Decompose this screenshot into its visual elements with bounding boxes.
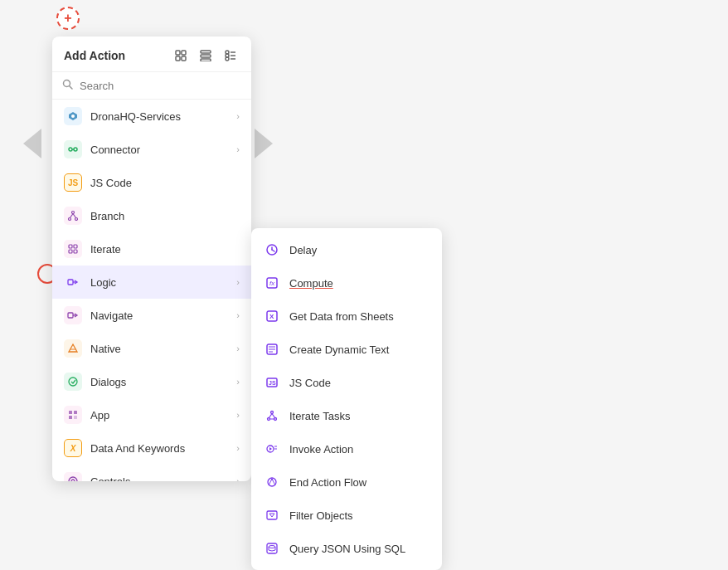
submenu-item-invoke-action[interactable]: Invoke Action bbox=[251, 432, 442, 465]
svg-point-20 bbox=[69, 218, 71, 221]
controls-arrow: › bbox=[236, 476, 240, 481]
svg-rect-28 bbox=[68, 280, 73, 285]
filter-objects-label: Filter Objects bbox=[289, 509, 353, 522]
menu-item-controls[interactable]: Controls › bbox=[52, 465, 251, 481]
add-action-panel: Add Action bbox=[52, 37, 251, 481]
svg-point-16 bbox=[69, 148, 72, 151]
svg-point-15 bbox=[71, 114, 75, 118]
menu-item-data[interactable]: X Data And Keywords › bbox=[52, 431, 251, 465]
submenu-item-iterate-tasks[interactable]: Iterate Tasks bbox=[251, 399, 442, 432]
iterate-tasks-label: Iterate Tasks bbox=[289, 410, 350, 422]
svg-text:X: X bbox=[269, 313, 274, 320]
submenu-item-query-json-sql[interactable]: Query JSON Using SQL bbox=[251, 532, 442, 565]
svg-point-71 bbox=[269, 546, 275, 548]
svg-rect-36 bbox=[69, 416, 72, 419]
svg-line-23 bbox=[73, 214, 76, 218]
controls-icon bbox=[64, 472, 82, 481]
svg-rect-35 bbox=[74, 411, 77, 414]
panel-icon-grid2[interactable] bbox=[197, 46, 215, 65]
panel-header: Add Action bbox=[52, 37, 251, 72]
branch-icon bbox=[64, 207, 82, 225]
search-box bbox=[52, 72, 251, 100]
right-arrow-shape bbox=[255, 129, 273, 158]
svg-line-22 bbox=[70, 214, 74, 218]
dronehq-label: DronaHQ-Services bbox=[90, 110, 228, 123]
svg-point-9 bbox=[226, 57, 229, 61]
svg-point-39 bbox=[71, 480, 75, 481]
menu-item-jscode[interactable]: JS JS Code bbox=[52, 166, 251, 199]
filter-objects-icon bbox=[263, 506, 281, 524]
svg-point-21 bbox=[75, 218, 78, 221]
dialogs-icon bbox=[64, 373, 82, 391]
plus-icon: + bbox=[64, 11, 71, 26]
invoke-action-icon bbox=[263, 440, 281, 458]
query-json-sql-label: Query JSON Using SQL bbox=[289, 543, 405, 555]
svg-rect-1 bbox=[182, 51, 186, 55]
submenu-item-compute[interactable]: fx Compute bbox=[251, 266, 442, 300]
menu-item-branch[interactable]: Branch bbox=[52, 199, 251, 232]
search-input[interactable] bbox=[80, 80, 241, 92]
end-action-flow-label: End Action Flow bbox=[289, 476, 366, 489]
dialogs-label: Dialogs bbox=[90, 376, 228, 388]
svg-line-44 bbox=[272, 250, 274, 251]
jscode-icon: JS bbox=[64, 173, 82, 192]
menu-item-dialogs[interactable]: Dialogs › bbox=[52, 365, 251, 398]
menu-item-native[interactable]: Native › bbox=[52, 332, 251, 365]
svg-rect-30 bbox=[68, 313, 73, 318]
svg-rect-37 bbox=[74, 416, 77, 419]
connector-label: Connector bbox=[90, 144, 228, 156]
svg-marker-69 bbox=[269, 514, 274, 517]
svg-line-58 bbox=[269, 414, 273, 418]
dronehq-icon bbox=[64, 107, 82, 125]
left-arrow-shape bbox=[23, 129, 41, 158]
svg-rect-4 bbox=[201, 51, 211, 53]
svg-text:JS: JS bbox=[269, 380, 276, 386]
svg-point-56 bbox=[268, 418, 270, 421]
svg-point-19 bbox=[72, 212, 75, 214]
submenu-item-delay[interactable]: Delay bbox=[251, 233, 442, 266]
create-dynamic-text-label: Create Dynamic Text bbox=[289, 343, 389, 356]
menu-item-connector[interactable]: Connector › bbox=[52, 133, 251, 166]
svg-point-57 bbox=[274, 418, 277, 421]
native-icon bbox=[64, 339, 82, 358]
add-action-plus-button[interactable]: + bbox=[56, 7, 80, 30]
svg-rect-25 bbox=[74, 245, 77, 248]
native-label: Native bbox=[90, 343, 228, 355]
svg-point-55 bbox=[271, 412, 274, 414]
svg-point-17 bbox=[74, 148, 77, 151]
menu-item-iterate[interactable]: Iterate bbox=[52, 232, 251, 266]
submenu-item-filter-objects[interactable]: Filter Objects bbox=[251, 499, 442, 532]
svg-rect-6 bbox=[201, 59, 211, 61]
navigate-arrow: › bbox=[236, 310, 240, 320]
svg-line-14 bbox=[70, 86, 73, 90]
get-data-sheets-icon: X bbox=[263, 307, 281, 325]
submenu-item-end-action-flow[interactable]: End Action Flow bbox=[251, 465, 442, 499]
svg-rect-34 bbox=[69, 411, 72, 414]
data-label: Data And Keywords bbox=[90, 442, 228, 455]
iterate-label: Iterate bbox=[90, 243, 240, 256]
submenu-item-get-data-sheets[interactable]: X Get Data from Sheets bbox=[251, 300, 442, 333]
navigate-label: Navigate bbox=[90, 309, 228, 322]
data-arrow: › bbox=[236, 443, 240, 453]
app-label: App bbox=[90, 409, 228, 421]
svg-point-33 bbox=[69, 378, 77, 386]
menu-item-dronehq[interactable]: DronaHQ-Services › bbox=[52, 100, 251, 133]
js-code-icon: JS bbox=[263, 373, 281, 392]
logic-submenu-panel: Delay fx Compute X Get Data from Sheets bbox=[251, 228, 442, 570]
create-dynamic-text-icon bbox=[263, 340, 281, 358]
menu-item-navigate[interactable]: Navigate › bbox=[52, 299, 251, 332]
menu-item-logic[interactable]: Logic › bbox=[52, 266, 251, 299]
delay-label: Delay bbox=[289, 244, 317, 256]
svg-rect-27 bbox=[74, 250, 77, 253]
panel-icon-grid3[interactable] bbox=[221, 46, 240, 65]
panel-icon-grid1[interactable] bbox=[172, 46, 190, 65]
panel-icon-group bbox=[172, 46, 240, 65]
query-json-sql-icon bbox=[263, 539, 281, 558]
logic-icon bbox=[64, 273, 82, 291]
submenu-item-create-dynamic-text[interactable]: Create Dynamic Text bbox=[251, 333, 442, 366]
logic-arrow: › bbox=[236, 277, 240, 287]
navigate-icon bbox=[64, 306, 82, 324]
submenu-item-js-code[interactable]: JS JS Code bbox=[251, 366, 442, 399]
svg-rect-0 bbox=[176, 51, 180, 55]
menu-item-app[interactable]: App › bbox=[52, 398, 251, 431]
